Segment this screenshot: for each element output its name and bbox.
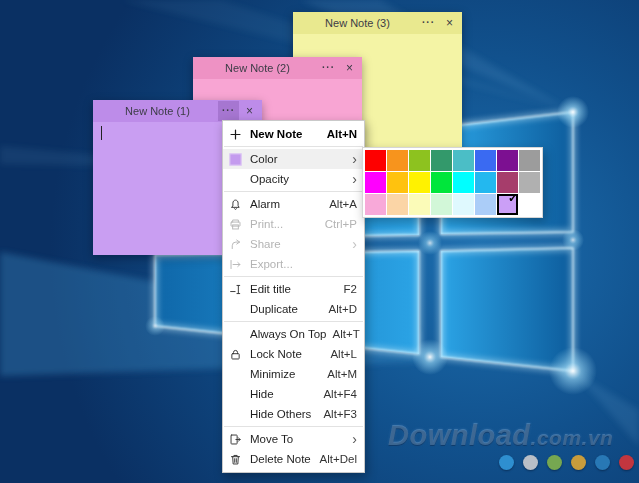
menu-item-delete-note[interactable]: Delete Note Alt+Del: [223, 449, 364, 469]
watermark-dot-2: [547, 455, 562, 470]
palette-color-swatch-9[interactable]: [387, 172, 408, 193]
menu-item-color[interactable]: Color ›: [223, 149, 364, 169]
menu-item-export[interactable]: Export...: [223, 254, 364, 274]
menu-item-opacity[interactable]: Opacity ›: [223, 169, 364, 189]
menu-item-print[interactable]: Print... Ctrl+P: [223, 214, 364, 234]
watermark-dot-1: [523, 455, 538, 470]
chevron-right-icon: ›: [352, 237, 357, 251]
palette-color-swatch-13[interactable]: [475, 172, 496, 193]
palette-color-swatch-8[interactable]: [365, 172, 386, 193]
share-icon: [229, 238, 250, 251]
note-3-header[interactable]: New Note (3) ··· ×: [293, 12, 462, 34]
note-3-menu-button[interactable]: ···: [418, 13, 439, 33]
palette-color-swatch-21[interactable]: [475, 194, 496, 215]
note-2-menu-button[interactable]: ···: [318, 58, 339, 78]
palette-color-swatch-23[interactable]: [519, 194, 540, 215]
watermark-suffix: .com.vn: [531, 426, 614, 449]
watermark-dots: [499, 455, 634, 470]
chevron-right-icon: ›: [352, 172, 357, 186]
palette-color-swatch-1[interactable]: [387, 150, 408, 171]
menu-separator: [224, 146, 363, 147]
printer-icon: [229, 218, 250, 231]
rename-icon: [229, 283, 250, 296]
note-2-title: New Note (2): [193, 62, 322, 74]
palette-color-swatch-3[interactable]: [431, 150, 452, 171]
palette-color-swatch-16[interactable]: [365, 194, 386, 215]
menu-item-alarm[interactable]: Alarm Alt+A: [223, 194, 364, 214]
palette-color-swatch-10[interactable]: [409, 172, 430, 193]
palette-color-swatch-18[interactable]: [409, 194, 430, 215]
watermark-text: Download: [388, 419, 531, 451]
palette-color-swatch-4[interactable]: [453, 150, 474, 171]
menu-item-edit-title[interactable]: Edit title F2: [223, 279, 364, 299]
watermark-dot-5: [619, 455, 634, 470]
note-1-title: New Note (1): [93, 105, 222, 117]
watermark: Download.com.vn: [388, 419, 638, 452]
palette-color-swatch-0[interactable]: [365, 150, 386, 171]
note-2-header[interactable]: New Note (2) ··· ×: [193, 57, 362, 79]
menu-item-lock-note[interactable]: Lock Note Alt+L: [223, 344, 364, 364]
menu-separator: [224, 321, 363, 322]
plus-icon: [229, 128, 250, 141]
watermark-dot-3: [571, 455, 586, 470]
palette-color-swatch-2[interactable]: [409, 150, 430, 171]
checkmark-icon: ✓: [508, 191, 518, 205]
color-palette: ✓: [362, 147, 543, 218]
desktop: Download.com.vn New Note (3) ··· × New N…: [0, 0, 639, 483]
menu-item-hide[interactable]: Hide Alt+F4: [223, 384, 364, 404]
palette-color-swatch-19[interactable]: [431, 194, 452, 215]
menu-item-move-to[interactable]: Move To ›: [223, 429, 364, 449]
palette-color-swatch-5[interactable]: [475, 150, 496, 171]
menu-item-share[interactable]: Share ›: [223, 234, 364, 254]
palette-color-swatch-17[interactable]: [387, 194, 408, 215]
palette-color-swatch-15[interactable]: [519, 172, 540, 193]
note-3-close-button[interactable]: ×: [439, 13, 460, 33]
chevron-right-icon: ›: [352, 432, 357, 446]
menu-separator: [224, 426, 363, 427]
palette-color-swatch-22[interactable]: ✓: [497, 194, 518, 215]
menu-separator: [224, 276, 363, 277]
text-cursor: [101, 126, 102, 140]
chevron-right-icon: ›: [352, 152, 357, 166]
bell-icon: [229, 198, 250, 211]
export-icon: [229, 258, 250, 271]
menu-item-duplicate[interactable]: Duplicate Alt+D: [223, 299, 364, 319]
watermark-dot-0: [499, 455, 514, 470]
menu-item-new-note[interactable]: New Note Alt+N: [223, 124, 364, 144]
menu-item-hide-others[interactable]: Hide Others Alt+F3: [223, 404, 364, 424]
palette-color-swatch-6[interactable]: [497, 150, 518, 171]
lock-icon: [229, 348, 250, 361]
watermark-dot-4: [595, 455, 610, 470]
palette-color-swatch-11[interactable]: [431, 172, 452, 193]
palette-color-swatch-14[interactable]: [497, 172, 518, 193]
menu-item-always-on-top[interactable]: Always On Top Alt+T: [223, 324, 364, 344]
menu-separator: [224, 191, 363, 192]
palette-color-swatch-7[interactable]: [519, 150, 540, 171]
menu-item-minimize[interactable]: Minimize Alt+M: [223, 364, 364, 384]
palette-color-swatch-12[interactable]: [453, 172, 474, 193]
move-to-icon: [229, 433, 250, 446]
note-context-menu: New Note Alt+N Color › Opacity › Alarm A…: [222, 120, 365, 473]
trash-icon: [229, 453, 250, 466]
note-1-header[interactable]: New Note (1) ··· ×: [93, 100, 262, 122]
note-2-close-button[interactable]: ×: [339, 58, 360, 78]
palette-color-swatch-20[interactable]: [453, 194, 474, 215]
note-3-title: New Note (3): [293, 17, 422, 29]
note-1-close-button[interactable]: ×: [239, 101, 260, 121]
color-swatch-icon: [229, 153, 250, 166]
note-1-menu-button[interactable]: ···: [218, 101, 239, 121]
